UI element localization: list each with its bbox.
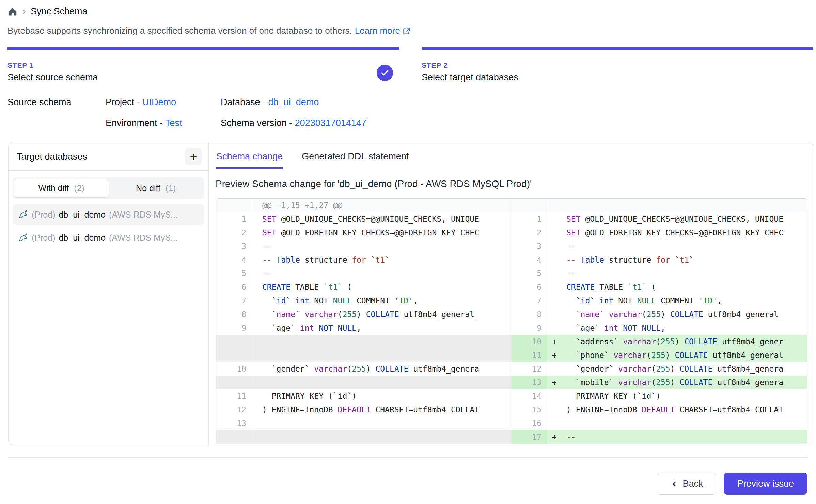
- diff-line-number-new: 11: [512, 348, 547, 362]
- diff-code-line-new: `gender` varchar(255) COLLATE utf8mb4_ge…: [547, 362, 807, 376]
- diff-line-number-old: 12: [216, 403, 252, 416]
- diff-code-line-old: [252, 376, 512, 389]
- diff-code-line-new: -- Table structure for `t1`: [547, 253, 807, 267]
- mysql-icon: [17, 232, 28, 243]
- preview-tab[interactable]: Generated DDL statement: [301, 149, 409, 169]
- diff-code-line-new: + `phone` varchar(255) COLLATE utf8mb4_g…: [547, 348, 807, 362]
- chevron-left-icon: [670, 480, 678, 488]
- database-link[interactable]: db_ui_demo: [268, 97, 319, 107]
- breadcrumb: › Sync Schema: [0, 0, 816, 17]
- diff-code-line-new: SET @OLD_FOREIGN_KEY_CHECKS=@@FOREIGN_KE…: [547, 226, 807, 239]
- database-environment: (Prod): [32, 210, 55, 220]
- diff-line-number-old: [216, 348, 252, 362]
- target-databases-title: Target databases: [17, 152, 87, 162]
- mysql-icon: [17, 209, 28, 220]
- diff-code-line-new: + `mobile` varchar(255) COLLATE utf8mb4_…: [547, 376, 807, 389]
- diff-code-line-old: [252, 416, 512, 430]
- schema-preview-panel: Schema changeGenerated DDL statement Pre…: [209, 142, 813, 445]
- wizard-steps: STEP 1 Select source schema STEP 2 Selec…: [0, 36, 816, 83]
- sync-schema-page: › Sync Schema Bytebase supports synchron…: [0, 0, 816, 504]
- diff-code-line-old: PRIMARY KEY (`id`): [252, 389, 512, 403]
- description-text: Bytebase supports synchronizing a specif…: [7, 26, 352, 36]
- step-2: STEP 2 Select target databases: [422, 47, 813, 83]
- diff-line-number-new: 8: [512, 308, 547, 321]
- external-link-icon: [402, 27, 411, 35]
- diff-line-number-new: 17: [512, 430, 547, 444]
- diff-code-line-old: [252, 430, 512, 444]
- back-button[interactable]: Back: [657, 473, 716, 495]
- diff-line-number-new: 15: [512, 403, 547, 416]
- diff-line-number-new: 12: [512, 362, 547, 376]
- chevron-right-icon: ›: [22, 6, 26, 16]
- step1-progress-bar: [7, 47, 399, 50]
- database-list: (Prod) db_ui_demo (AWS RDS MyS... (Prod)…: [9, 201, 208, 251]
- diff-line-number-new: 14: [512, 389, 547, 403]
- diff-line-number-new: [512, 199, 547, 212]
- diff-line-number-old: [216, 430, 252, 444]
- schema-diff-view[interactable]: @@ -1,15 +1,27 @@1SET @OLD_UNIQUE_CHECKS…: [216, 198, 807, 444]
- diff-line-number-new: 5: [512, 267, 547, 280]
- diff-line-number-old: 10: [216, 362, 252, 376]
- diff-code-line-old: SET @OLD_FOREIGN_KEY_CHECKS=@@FOREIGN_KE…: [252, 226, 512, 239]
- diff-line-number-old: 3: [216, 239, 252, 253]
- diff-filter-tab[interactable]: No diff (1): [109, 179, 203, 198]
- diff-code-line-new: --: [547, 239, 807, 253]
- page-description: Bytebase supports synchronizing a specif…: [0, 17, 816, 36]
- diff-code-line-new: `name` varchar(255) COLLATE utf8mb4_gene…: [547, 308, 807, 321]
- preview-tab[interactable]: Schema change: [216, 149, 283, 169]
- environment-field: Environment - Test: [106, 118, 221, 128]
- database-name: db_ui_demo: [59, 210, 106, 220]
- diff-line-number-new: 16: [512, 416, 547, 430]
- home-icon[interactable]: [7, 6, 18, 17]
- diff-code-line-new: --: [547, 267, 807, 280]
- diff-line-number-old: 1: [216, 212, 252, 226]
- database-instance: (AWS RDS MyS...: [109, 233, 178, 243]
- step2-title: Select target databases: [422, 72, 813, 83]
- diff-line-number-old: 13: [216, 416, 252, 430]
- preview-issue-button[interactable]: Preview issue: [724, 473, 807, 495]
- diff-line-number-new: 3: [512, 239, 547, 253]
- diff-code-line-old: [252, 348, 512, 362]
- learn-more-link[interactable]: Learn more: [355, 26, 411, 36]
- diff-code-line-new: `id` int NOT NULL COMMENT 'ID',: [547, 294, 807, 308]
- diff-line-number-old: 11: [216, 389, 252, 403]
- diff-line-number-new: 6: [512, 280, 547, 294]
- diff-filter-tab[interactable]: With diff (2): [14, 179, 109, 198]
- target-database-item[interactable]: (Prod) db_ui_demo (AWS RDS MyS...: [13, 227, 204, 248]
- target-databases-panel: Target databases + With diff (2)No diff …: [9, 142, 209, 445]
- step1-label: STEP 1: [7, 61, 399, 69]
- added-line-sign: +: [552, 348, 557, 362]
- diff-code-line-old: @@ -1,15 +1,27 @@: [252, 199, 512, 212]
- diff-code-line-old: `gender` varchar(255) COLLATE utf8mb4_ge…: [252, 362, 512, 376]
- diff-line-number-new: 1: [512, 212, 547, 226]
- diff-code-line-old: `id` int NOT NULL COMMENT 'ID',: [252, 294, 512, 308]
- environment-link[interactable]: Test: [165, 118, 182, 128]
- diff-line-number-old: 7: [216, 294, 252, 308]
- diff-code-line-old: ) ENGINE=InnoDB DEFAULT CHARSET=utf8mb4 …: [252, 403, 512, 416]
- added-line-sign: +: [552, 335, 557, 348]
- diff-code-line-old: `age` int NOT NULL,: [252, 321, 512, 335]
- diff-code-line-old: [252, 335, 512, 348]
- preview-tabs: Schema changeGenerated DDL statement: [216, 149, 807, 169]
- diff-line-number-old: [216, 199, 252, 212]
- diff-code-line-new: [547, 416, 807, 430]
- diff-code-line-new: ) ENGINE=InnoDB DEFAULT CHARSET=utf8mb4 …: [547, 403, 807, 416]
- project-field: Project - UIDemo: [106, 97, 221, 108]
- diff-code-line-new: `age` int NOT NULL,: [547, 321, 807, 335]
- database-instance: (AWS RDS MyS...: [109, 210, 178, 220]
- add-database-button[interactable]: +: [185, 148, 202, 165]
- schema-version-link[interactable]: 20230317014147: [295, 118, 366, 128]
- diff-line-number-new: 13: [512, 376, 547, 389]
- diff-code-line-new: CREATE TABLE `t1` (: [547, 280, 807, 294]
- diff-code-line-new: SET @OLD_UNIQUE_CHECKS=@@UNIQUE_CHECKS, …: [547, 212, 807, 226]
- diff-code-line-old: CREATE TABLE `t1` (: [252, 280, 512, 294]
- diff-line-number-new: 4: [512, 253, 547, 267]
- source-schema-summary: Source schema Project - UIDemo Database …: [0, 83, 816, 128]
- breadcrumb-current: Sync Schema: [31, 6, 88, 17]
- added-line-sign: +: [552, 430, 557, 444]
- preview-title: Preview Schema change for 'db_ui_demo (P…: [216, 178, 807, 189]
- step-1: STEP 1 Select source schema: [7, 47, 399, 83]
- diff-code-line-old: `name` varchar(255) COLLATE utf8mb4_gene…: [252, 308, 512, 321]
- target-database-item[interactable]: (Prod) db_ui_demo (AWS RDS MyS...: [13, 204, 204, 225]
- project-link[interactable]: UIDemo: [142, 97, 176, 107]
